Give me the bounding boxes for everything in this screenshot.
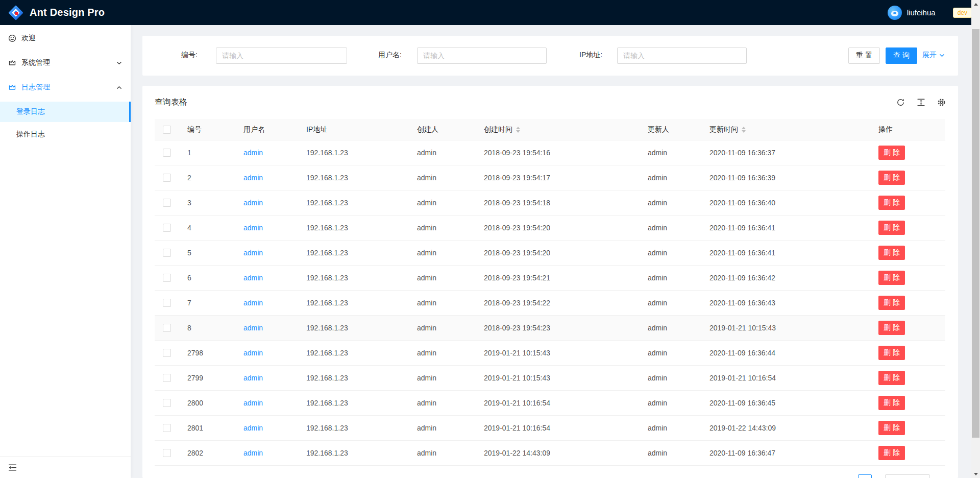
username-link[interactable]: admin: [243, 324, 263, 332]
ip-input[interactable]: [617, 47, 747, 64]
field-label-ip: IP地址:: [579, 51, 602, 60]
cell-created-time: 2018-09-23 19:54:20: [476, 249, 640, 257]
user-menu[interactable]: liufeihua: [888, 6, 936, 20]
sidebar-item-operation-log[interactable]: 操作日志: [0, 124, 131, 145]
delete-button[interactable]: 删 除: [878, 396, 905, 410]
username-link[interactable]: admin: [243, 224, 263, 232]
username-link[interactable]: admin: [243, 199, 263, 207]
pagination-size-select[interactable]: [885, 474, 930, 478]
table-body: 1 admin 192.168.1.23 admin 2018-09-23 19…: [155, 140, 945, 466]
cell-created-time: 2018-09-23 19:54:17: [476, 174, 640, 182]
cell-created-time: 2019-01-21 10:16:54: [476, 424, 640, 432]
cell-creator: admin: [409, 349, 476, 357]
column-header-created-time: 创建时间: [476, 125, 640, 134]
cell-ip: 192.168.1.23: [298, 224, 409, 232]
chevron-up-icon: [116, 85, 122, 90]
row-checkbox[interactable]: [163, 274, 171, 282]
chevron-down-icon: [116, 60, 122, 66]
delete-button[interactable]: 删 除: [878, 246, 905, 260]
column-header-operation: 操作: [870, 125, 945, 134]
username-link[interactable]: admin: [243, 149, 263, 157]
cell-updated-time: 2020-11-09 16:36:44: [701, 349, 870, 357]
username-link[interactable]: admin: [243, 274, 263, 282]
table-card-header: 查询表格: [142, 86, 958, 119]
sidebar-item-log-management[interactable]: 日志管理: [0, 77, 131, 98]
row-checkbox[interactable]: [163, 174, 171, 182]
username-link[interactable]: admin: [243, 174, 263, 182]
cell-updated-time: 2020-11-09 16:36:42: [701, 274, 870, 282]
username-link[interactable]: admin: [243, 249, 263, 257]
cell-creator: admin: [409, 399, 476, 407]
select-all-checkbox[interactable]: [163, 126, 171, 134]
username-link[interactable]: admin: [243, 399, 263, 407]
delete-button[interactable]: 删 除: [878, 146, 905, 160]
table-title: 查询表格: [155, 97, 187, 108]
app-title: Ant Design Pro: [30, 7, 105, 18]
table-row: 4 admin 192.168.1.23 admin 2018-09-23 19…: [155, 216, 945, 241]
cell-updater: admin: [640, 199, 701, 207]
username-link[interactable]: admin: [243, 349, 263, 357]
row-checkbox[interactable]: [163, 299, 171, 307]
row-checkbox[interactable]: [163, 149, 171, 157]
row-checkbox[interactable]: [163, 249, 171, 257]
reset-button[interactable]: 重 置: [848, 47, 880, 64]
username-link[interactable]: admin: [243, 449, 263, 457]
column-height-icon[interactable]: [917, 98, 925, 107]
cell-id: 2800: [179, 399, 235, 407]
row-checkbox[interactable]: [163, 399, 171, 407]
delete-button[interactable]: 删 除: [878, 421, 905, 435]
sidebar-item-login-log[interactable]: 登录日志: [0, 102, 131, 122]
delete-button[interactable]: 删 除: [878, 446, 905, 460]
cell-updater: admin: [640, 224, 701, 232]
menu-fold-icon[interactable]: [8, 463, 17, 472]
smile-icon: [8, 34, 16, 42]
username-link[interactable]: admin: [243, 374, 263, 382]
scrollbar-down-arrow[interactable]: [971, 470, 980, 478]
delete-button[interactable]: 删 除: [878, 346, 905, 360]
delete-button[interactable]: 删 除: [878, 321, 905, 335]
row-checkbox[interactable]: [163, 349, 171, 357]
table-row: 2800 admin 192.168.1.23 admin 2019-01-21…: [155, 391, 945, 416]
delete-button[interactable]: 删 除: [878, 171, 905, 185]
scrollbar-up-arrow[interactable]: [971, 0, 980, 8]
sidebar-item-system-management[interactable]: 系统管理: [0, 53, 131, 73]
chevron-down-icon: [939, 53, 945, 58]
row-checkbox[interactable]: [163, 224, 171, 232]
row-checkbox[interactable]: [163, 199, 171, 207]
delete-button[interactable]: 删 除: [878, 296, 905, 310]
setting-icon[interactable]: [937, 98, 946, 107]
column-header-updated-time: 更新时间: [701, 125, 870, 134]
table-row: 8 admin 192.168.1.23 admin 2018-09-23 19…: [155, 316, 945, 341]
cell-ip: 192.168.1.23: [298, 374, 409, 382]
row-checkbox[interactable]: [163, 374, 171, 382]
row-checkbox[interactable]: [163, 449, 171, 457]
delete-button[interactable]: 删 除: [878, 271, 905, 285]
delete-button[interactable]: 删 除: [878, 196, 905, 210]
app-logo[interactable]: Ant Design Pro: [8, 5, 105, 20]
cell-created-time: 2019-01-22 14:43:09: [476, 449, 640, 457]
table-row: 2798 admin 192.168.1.23 admin 2019-01-21…: [155, 341, 945, 366]
sort-toggle[interactable]: [516, 127, 520, 133]
sidebar-item-label: 系统管理: [21, 58, 50, 67]
username-input[interactable]: [417, 47, 547, 64]
sort-toggle[interactable]: [742, 127, 746, 133]
username-link[interactable]: admin: [243, 424, 263, 432]
reload-icon[interactable]: [896, 98, 905, 107]
sidebar-item-welcome[interactable]: 欢迎: [0, 28, 131, 49]
id-input[interactable]: [216, 47, 347, 64]
cell-creator: admin: [409, 299, 476, 307]
pagination-page-1[interactable]: [858, 474, 872, 478]
table-row: 5 admin 192.168.1.23 admin 2018-09-23 19…: [155, 241, 945, 266]
expand-toggle[interactable]: 展开: [922, 51, 945, 60]
row-checkbox[interactable]: [163, 324, 171, 332]
row-checkbox[interactable]: [163, 424, 171, 432]
cell-ip: 192.168.1.23: [298, 424, 409, 432]
table-row: 2799 admin 192.168.1.23 admin 2019-01-21…: [155, 366, 945, 391]
delete-button[interactable]: 删 除: [878, 221, 905, 235]
scrollbar-thumb[interactable]: [972, 29, 979, 438]
crown-icon: [8, 83, 16, 91]
delete-button[interactable]: 删 除: [878, 371, 905, 385]
cell-ip: 192.168.1.23: [298, 249, 409, 257]
username-link[interactable]: admin: [243, 299, 263, 307]
query-button[interactable]: 查 询: [886, 47, 917, 64]
